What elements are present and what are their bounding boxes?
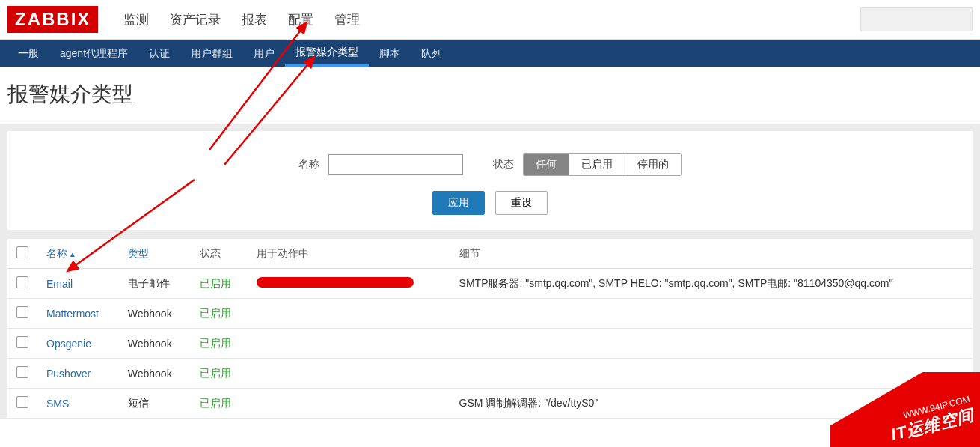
status-link[interactable]: 已启用 [200, 397, 231, 409]
subnav-authentication[interactable]: 认证 [138, 40, 180, 67]
nav-administration[interactable]: 管理 [324, 11, 370, 28]
filter-state-label: 状态 [493, 158, 514, 171]
row-checkbox[interactable] [16, 306, 28, 318]
search-input[interactable] [860, 7, 973, 31]
row-checkbox[interactable] [16, 276, 28, 288]
filter-name-group: 名称 [298, 154, 463, 175]
row-type-cell: Webhook [119, 359, 191, 389]
subnav-media-types[interactable]: 报警媒介类型 [285, 40, 369, 67]
status-link[interactable]: 已启用 [200, 337, 231, 349]
row-status-cell: 已启用 [191, 299, 248, 329]
row-checkbox[interactable] [16, 336, 28, 348]
sort-ascending-icon: ▲ [69, 250, 76, 258]
header-status: 状态 [191, 239, 248, 269]
row-checkbox-cell [7, 269, 37, 299]
row-checkbox-cell [7, 329, 37, 359]
row-status-cell: 已启用 [191, 359, 248, 389]
row-used-in-cell [248, 269, 450, 299]
row-status-cell: 已启用 [191, 269, 248, 299]
row-checkbox-cell [7, 389, 37, 419]
row-name-cell: Pushover [37, 359, 119, 389]
row-name-cell: Opsgenie [37, 329, 119, 359]
row-type-cell: Webhook [119, 299, 191, 329]
table-row: PushoverWebhook已启用 [7, 359, 973, 389]
status-link[interactable]: 已启用 [200, 277, 231, 289]
row-used-in-cell [248, 389, 450, 419]
row-checkbox-cell [7, 299, 37, 329]
apply-button[interactable]: 应用 [432, 191, 485, 215]
row-details-cell [450, 299, 973, 329]
header-name-label: 名称 [46, 247, 67, 259]
table-row: OpsgenieWebhook已启用 [7, 329, 973, 359]
header-type[interactable]: 类型 [119, 239, 191, 269]
row-status-cell: 已启用 [191, 329, 248, 359]
row-checkbox[interactable] [16, 396, 28, 408]
subnav-users[interactable]: 用户 [243, 40, 285, 67]
nav-monitoring[interactable]: 监测 [113, 11, 159, 28]
table-row: SMS短信已启用GSM 调制解调器: "/dev/ttyS0" [7, 389, 973, 419]
row-type-cell: 短信 [119, 389, 191, 419]
header-used-in: 用于动作中 [248, 239, 450, 269]
nav-inventory[interactable]: 资产记录 [159, 11, 231, 28]
row-type-cell: 电子邮件 [119, 269, 191, 299]
subnav-scripts[interactable]: 脚本 [369, 40, 411, 67]
row-status-cell: 已启用 [191, 389, 248, 419]
filter-state-toggle: 任何 已启用 停用的 [523, 153, 682, 176]
status-link[interactable]: 已启用 [200, 367, 231, 379]
media-type-link[interactable]: Email [46, 278, 73, 290]
subnav-queue[interactable]: 队列 [411, 40, 453, 67]
table-header-row: 名称▲ 类型 状态 用于动作中 细节 [7, 239, 973, 269]
media-type-link[interactable]: SMS [46, 398, 69, 410]
row-type-cell: Webhook [119, 329, 191, 359]
row-used-in-cell [248, 329, 450, 359]
state-option-any[interactable]: 任何 [524, 154, 569, 175]
row-used-in-cell [248, 359, 450, 389]
row-checkbox-cell [7, 359, 37, 389]
status-link[interactable]: 已启用 [200, 307, 231, 319]
logo: ZABBIX [7, 6, 98, 33]
watermark: WWW.94IP.COM IT运维空间 [830, 372, 980, 419]
row-used-in-cell [248, 299, 450, 329]
row-checkbox[interactable] [16, 366, 28, 378]
media-type-link[interactable]: Pushover [46, 368, 91, 380]
header-details: 细节 [450, 239, 973, 269]
nav-reports[interactable]: 报表 [231, 11, 278, 28]
table-row: Email电子邮件已启用SMTP服务器: "smtp.qq.com", SMTP… [7, 269, 973, 299]
filter-state-group: 状态 任何 已启用 停用的 [493, 153, 682, 176]
row-details-cell [450, 329, 973, 359]
media-type-link[interactable]: Opsgenie [46, 338, 91, 350]
redacted-content [257, 277, 414, 288]
media-types-table: 名称▲ 类型 状态 用于动作中 细节 Email电子邮件已启用SMTP服务器: … [7, 239, 973, 419]
state-option-disabled[interactable]: 停用的 [625, 154, 681, 175]
state-option-enabled[interactable]: 已启用 [569, 154, 625, 175]
row-name-cell: Email [37, 269, 119, 299]
sub-navigation: 一般 agent代理程序 认证 用户群组 用户 报警媒介类型 脚本 队列 [0, 40, 980, 67]
table-row: MattermostWebhook已启用 [7, 299, 973, 329]
header-name[interactable]: 名称▲ [37, 239, 119, 269]
row-name-cell: Mattermost [37, 299, 119, 329]
top-navigation: ZABBIX 监测 资产记录 报表 配置 管理 [0, 0, 980, 40]
header-checkbox-cell [7, 239, 37, 269]
subnav-user-groups[interactable]: 用户群组 [180, 40, 243, 67]
row-name-cell: SMS [37, 389, 119, 419]
row-details-cell: SMTP服务器: "smtp.qq.com", SMTP HELO: "smtp… [450, 269, 973, 299]
filter-panel: 名称 状态 任何 已启用 停用的 应用 重设 [7, 131, 973, 230]
filter-name-input[interactable] [328, 154, 463, 175]
select-all-checkbox[interactable] [16, 246, 28, 258]
page-title: 报警媒介类型 [0, 67, 980, 124]
subnav-agent-proxy[interactable]: agent代理程序 [49, 40, 138, 67]
subnav-general[interactable]: 一般 [7, 40, 49, 67]
reset-button[interactable]: 重设 [495, 191, 548, 215]
media-type-link[interactable]: Mattermost [46, 308, 99, 320]
filter-name-label: 名称 [298, 158, 319, 171]
nav-configuration[interactable]: 配置 [278, 11, 324, 28]
